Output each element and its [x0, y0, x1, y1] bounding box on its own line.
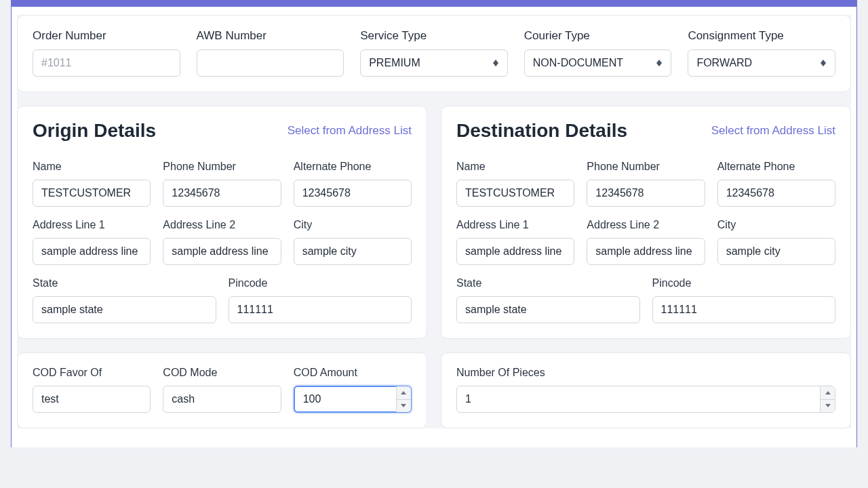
service-type-group: Service Type PREMIUM — [360, 29, 508, 77]
order-number-input[interactable] — [33, 49, 180, 77]
cod-amount-spinner — [396, 386, 411, 412]
origin-details-card: Origin Details Select from Address List … — [17, 106, 427, 339]
pieces-step-up[interactable] — [821, 386, 835, 400]
courier-type-value: NON-DOCUMENT — [533, 57, 623, 69]
cod-amount-step-down[interactable] — [397, 400, 411, 413]
consignment-top-card: Order Number AWB Number Service Type PRE… — [17, 15, 851, 92]
destination-details-card: Destination Details Select from Address … — [441, 106, 851, 339]
cod-card: COD Favor Of COD Mode COD Amount — [17, 352, 427, 428]
destination-state-label: State — [456, 277, 640, 289]
order-number-label: Order Number — [33, 29, 180, 43]
destination-name-input[interactable] — [456, 180, 574, 207]
awb-number-group: AWB Number — [197, 29, 344, 77]
origin-title: Origin Details — [33, 120, 156, 142]
destination-phone-label: Phone Number — [587, 161, 705, 173]
origin-state-input[interactable] — [33, 296, 216, 323]
pieces-step-down[interactable] — [821, 400, 835, 413]
cod-amount-input[interactable] — [294, 386, 412, 413]
chevron-down-icon — [825, 404, 831, 407]
destination-addr1-label: Address Line 1 — [456, 219, 574, 231]
pieces-card: Number Of Pieces — [441, 352, 851, 428]
pieces-input[interactable] — [456, 386, 835, 413]
origin-alt-phone-input[interactable] — [294, 180, 412, 207]
destination-phone-input[interactable] — [587, 180, 705, 207]
destination-city-input[interactable] — [717, 238, 835, 265]
origin-alt-phone-label: Alternate Phone — [294, 161, 412, 173]
service-type-select[interactable]: PREMIUM — [360, 49, 508, 77]
consignment-type-select[interactable]: FORWARD — [688, 49, 835, 77]
chevron-up-icon — [401, 391, 406, 394]
origin-city-label: City — [294, 219, 412, 231]
destination-addr2-label: Address Line 2 — [587, 219, 705, 231]
consignment-type-label: Consignment Type — [688, 29, 835, 43]
origin-phone-input[interactable] — [163, 180, 281, 207]
origin-name-input[interactable] — [33, 180, 151, 207]
chevron-up-icon — [825, 391, 831, 394]
page-container: Order Number AWB Number Service Type PRE… — [11, 7, 857, 447]
order-number-group: Order Number — [33, 29, 180, 77]
cod-amount-label: COD Amount — [294, 367, 412, 379]
destination-name-label: Name — [456, 161, 574, 173]
consignment-type-group: Consignment Type FORWARD — [688, 29, 835, 77]
origin-addr2-input[interactable] — [163, 238, 281, 265]
courier-type-label: Courier Type — [524, 29, 672, 43]
origin-phone-label: Phone Number — [163, 161, 281, 173]
origin-city-input[interactable] — [294, 238, 412, 265]
origin-addr1-label: Address Line 1 — [33, 219, 151, 231]
cod-amount-step-up[interactable] — [397, 386, 411, 400]
destination-state-input[interactable] — [456, 296, 640, 323]
awb-number-input[interactable] — [197, 49, 344, 77]
service-type-value: PREMIUM — [369, 57, 420, 69]
cod-mode-label: COD Mode — [163, 367, 281, 379]
consignment-type-value: FORWARD — [696, 57, 752, 69]
origin-pincode-label: Pincode — [229, 277, 412, 289]
cod-favor-label: COD Favor Of — [33, 367, 151, 379]
awb-number-label: AWB Number — [197, 29, 344, 43]
origin-select-address-link[interactable]: Select from Address List — [288, 124, 412, 138]
origin-addr1-input[interactable] — [33, 238, 151, 265]
origin-addr2-label: Address Line 2 — [163, 219, 281, 231]
cod-mode-input[interactable] — [163, 386, 281, 413]
courier-type-group: Courier Type NON-DOCUMENT — [524, 29, 672, 77]
origin-pincode-input[interactable] — [229, 296, 412, 323]
pieces-spinner — [820, 386, 835, 412]
destination-addr1-input[interactable] — [456, 238, 574, 265]
origin-name-label: Name — [33, 161, 151, 173]
origin-state-label: State — [33, 277, 216, 289]
destination-city-label: City — [717, 219, 835, 231]
destination-title: Destination Details — [456, 120, 627, 142]
pieces-label: Number Of Pieces — [456, 367, 835, 379]
top-accent-bar — [11, 0, 857, 7]
destination-addr2-input[interactable] — [587, 238, 705, 265]
cod-favor-input[interactable] — [33, 386, 151, 413]
courier-type-select[interactable]: NON-DOCUMENT — [524, 49, 672, 77]
service-type-label: Service Type — [360, 29, 508, 43]
destination-pincode-input[interactable] — [652, 296, 836, 323]
destination-pincode-label: Pincode — [652, 277, 836, 289]
chevron-down-icon — [401, 404, 406, 407]
destination-select-address-link[interactable]: Select from Address List — [711, 124, 835, 138]
destination-alt-phone-label: Alternate Phone — [717, 161, 835, 173]
destination-alt-phone-input[interactable] — [717, 180, 835, 207]
